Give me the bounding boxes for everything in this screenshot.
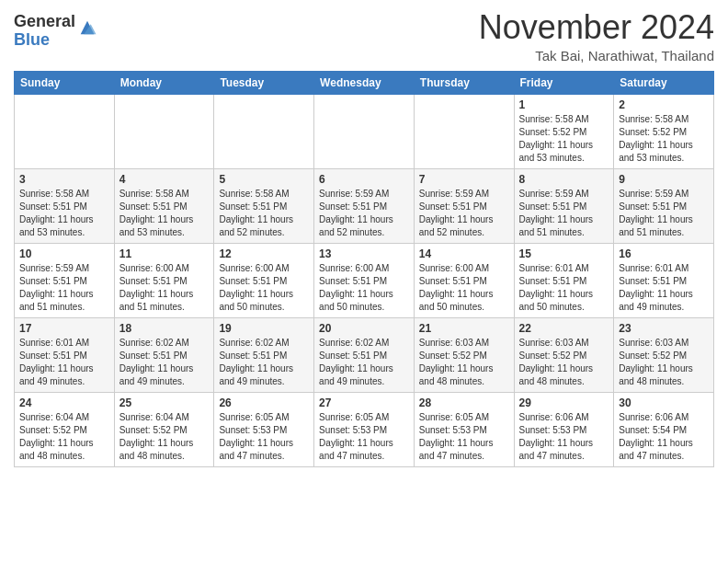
day-number: 26 <box>219 396 309 409</box>
calendar-cell <box>414 94 514 168</box>
day-number: 24 <box>19 396 109 409</box>
calendar-cell <box>314 94 415 168</box>
day-sunrise: Sunrise: 5:59 AM <box>519 189 589 199</box>
day-sunrise: Sunrise: 5:58 AM <box>19 189 89 199</box>
day-sunset: Sunset: 5:51 PM <box>319 201 387 212</box>
day-number: 14 <box>419 247 509 260</box>
calendar-cell: 10 Sunrise: 5:59 AM Sunset: 5:51 PM Dayl… <box>15 243 115 317</box>
day-sunrise: Sunrise: 5:59 AM <box>19 263 89 273</box>
day-sunrise: Sunrise: 6:00 AM <box>219 263 289 273</box>
day-sunrise: Sunrise: 6:02 AM <box>319 338 389 348</box>
logo-blue: Blue <box>14 31 75 50</box>
calendar-cell: 30 Sunrise: 6:06 AM Sunset: 5:54 PM Dayl… <box>614 392 714 466</box>
calendar-cell: 3 Sunrise: 5:58 AM Sunset: 5:51 PM Dayli… <box>15 168 115 243</box>
day-number: 8 <box>519 173 609 186</box>
weekday-header: Tuesday <box>214 71 314 94</box>
day-sunset: Sunset: 5:52 PM <box>519 350 587 361</box>
calendar-cell <box>114 94 214 168</box>
day-sunset: Sunset: 5:53 PM <box>419 425 487 435</box>
day-sunrise: Sunrise: 6:04 AM <box>119 412 189 422</box>
day-daylight: Daylight: 11 hours and 49 minutes. <box>219 363 293 386</box>
day-sunrise: Sunrise: 5:59 AM <box>619 189 688 199</box>
day-number: 1 <box>519 98 609 111</box>
day-sunset: Sunset: 5:51 PM <box>319 350 387 361</box>
day-sunrise: Sunrise: 5:58 AM <box>619 114 688 124</box>
day-sunrise: Sunrise: 6:05 AM <box>419 412 489 422</box>
calendar-cell: 29 Sunrise: 6:06 AM Sunset: 5:53 PM Dayl… <box>514 392 614 466</box>
calendar-cell: 11 Sunrise: 6:00 AM Sunset: 5:51 PM Dayl… <box>114 243 214 317</box>
day-number: 15 <box>519 247 609 260</box>
calendar-cell: 9 Sunrise: 5:59 AM Sunset: 5:51 PM Dayli… <box>614 168 714 243</box>
day-sunset: Sunset: 5:51 PM <box>519 276 587 286</box>
day-daylight: Daylight: 11 hours and 47 minutes. <box>519 438 594 461</box>
day-sunset: Sunset: 5:52 PM <box>519 127 587 137</box>
weekday-header: Thursday <box>414 71 514 94</box>
month-title: November 2024 <box>479 9 714 46</box>
day-daylight: Daylight: 11 hours and 53 minutes. <box>119 214 194 237</box>
day-sunrise: Sunrise: 6:01 AM <box>519 263 589 273</box>
calendar-week-row: 24 Sunrise: 6:04 AM Sunset: 5:52 PM Dayl… <box>15 392 714 466</box>
day-daylight: Daylight: 11 hours and 50 minutes. <box>419 289 494 312</box>
day-daylight: Daylight: 11 hours and 47 minutes. <box>419 438 494 461</box>
weekday-header: Saturday <box>614 71 714 94</box>
calendar-header-row: SundayMondayTuesdayWednesdayThursdayFrid… <box>15 71 714 94</box>
day-daylight: Daylight: 11 hours and 52 minutes. <box>219 214 293 237</box>
day-sunset: Sunset: 5:51 PM <box>119 201 188 212</box>
day-sunrise: Sunrise: 6:02 AM <box>119 338 189 348</box>
day-daylight: Daylight: 11 hours and 51 minutes. <box>619 214 693 237</box>
day-number: 28 <box>419 396 509 409</box>
day-number: 7 <box>419 173 509 186</box>
day-daylight: Daylight: 11 hours and 48 minutes. <box>19 438 94 461</box>
logo-icon <box>77 17 97 38</box>
day-sunset: Sunset: 5:53 PM <box>219 425 287 435</box>
day-sunrise: Sunrise: 6:03 AM <box>619 338 688 348</box>
day-daylight: Daylight: 11 hours and 51 minutes. <box>519 214 594 237</box>
day-sunrise: Sunrise: 5:58 AM <box>519 114 589 124</box>
calendar-cell <box>214 94 314 168</box>
day-sunrise: Sunrise: 5:58 AM <box>219 189 289 199</box>
day-sunset: Sunset: 5:51 PM <box>19 350 87 361</box>
calendar-cell: 22 Sunrise: 6:03 AM Sunset: 5:52 PM Dayl… <box>514 317 614 392</box>
day-sunrise: Sunrise: 6:02 AM <box>219 338 289 348</box>
header: General Blue November 2024 Tak Bai, Nara… <box>14 9 714 63</box>
calendar-cell: 15 Sunrise: 6:01 AM Sunset: 5:51 PM Dayl… <box>514 243 614 317</box>
day-sunrise: Sunrise: 6:03 AM <box>419 338 489 348</box>
calendar-week-row: 3 Sunrise: 5:58 AM Sunset: 5:51 PM Dayli… <box>15 168 714 243</box>
day-sunset: Sunset: 5:51 PM <box>319 276 387 286</box>
day-number: 30 <box>619 396 709 409</box>
day-daylight: Daylight: 11 hours and 48 minutes. <box>619 363 693 386</box>
day-daylight: Daylight: 11 hours and 50 minutes. <box>319 289 393 312</box>
calendar-cell: 21 Sunrise: 6:03 AM Sunset: 5:52 PM Dayl… <box>414 317 514 392</box>
day-sunrise: Sunrise: 6:01 AM <box>19 338 89 348</box>
day-daylight: Daylight: 11 hours and 48 minutes. <box>519 363 594 386</box>
day-daylight: Daylight: 11 hours and 47 minutes. <box>619 438 693 461</box>
calendar-cell: 25 Sunrise: 6:04 AM Sunset: 5:52 PM Dayl… <box>114 392 214 466</box>
calendar-cell: 24 Sunrise: 6:04 AM Sunset: 5:52 PM Dayl… <box>15 392 115 466</box>
day-sunset: Sunset: 5:51 PM <box>219 201 287 212</box>
day-number: 11 <box>119 247 210 260</box>
day-sunrise: Sunrise: 6:00 AM <box>419 263 489 273</box>
calendar-cell: 2 Sunrise: 5:58 AM Sunset: 5:52 PM Dayli… <box>614 94 714 168</box>
calendar-cell: 12 Sunrise: 6:00 AM Sunset: 5:51 PM Dayl… <box>214 243 314 317</box>
calendar-cell: 5 Sunrise: 5:58 AM Sunset: 5:51 PM Dayli… <box>214 168 314 243</box>
day-sunrise: Sunrise: 5:59 AM <box>319 189 389 199</box>
day-sunset: Sunset: 5:52 PM <box>419 350 487 361</box>
day-sunrise: Sunrise: 6:06 AM <box>519 412 589 422</box>
calendar-cell: 27 Sunrise: 6:05 AM Sunset: 5:53 PM Dayl… <box>314 392 415 466</box>
weekday-header: Wednesday <box>314 71 415 94</box>
day-daylight: Daylight: 11 hours and 50 minutes. <box>519 289 594 312</box>
day-sunrise: Sunrise: 6:03 AM <box>519 338 589 348</box>
day-sunset: Sunset: 5:51 PM <box>619 276 687 286</box>
day-sunset: Sunset: 5:51 PM <box>219 350 287 361</box>
day-number: 27 <box>319 396 409 409</box>
day-daylight: Daylight: 11 hours and 53 minutes. <box>619 140 693 163</box>
day-sunset: Sunset: 5:51 PM <box>19 201 87 212</box>
day-daylight: Daylight: 11 hours and 47 minutes. <box>219 438 293 461</box>
day-number: 20 <box>319 322 409 335</box>
day-sunset: Sunset: 5:51 PM <box>19 276 87 286</box>
day-daylight: Daylight: 11 hours and 49 minutes. <box>119 363 194 386</box>
day-daylight: Daylight: 11 hours and 52 minutes. <box>319 214 393 237</box>
day-sunset: Sunset: 5:51 PM <box>119 350 188 361</box>
day-sunrise: Sunrise: 6:00 AM <box>319 263 389 273</box>
day-daylight: Daylight: 11 hours and 53 minutes. <box>519 140 594 163</box>
